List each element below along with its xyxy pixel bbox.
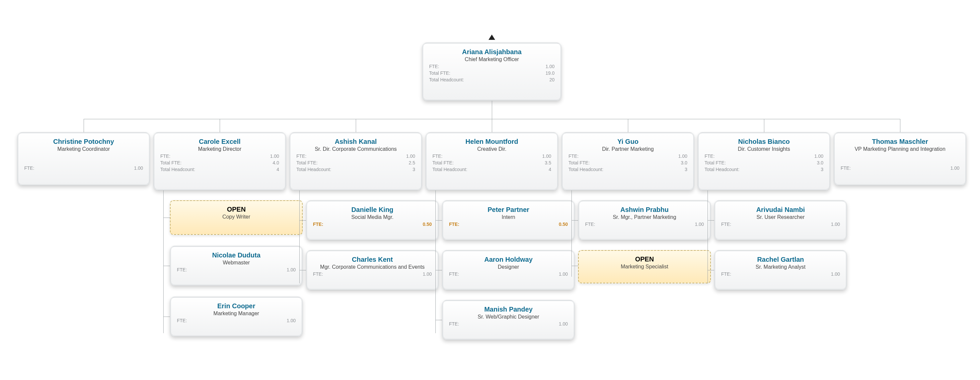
org-node[interactable]: Erin Cooper Marketing Manager FTE:1.00 bbox=[170, 297, 303, 337]
person-title: Creative Dir. bbox=[433, 146, 551, 152]
org-chart-canvas: Ariana Alisjahbana Chief Marketing Offic… bbox=[0, 0, 980, 380]
person-name: Christine Potochny bbox=[24, 138, 143, 145]
org-node[interactable]: Thomas Maschler VP Marketing Planning an… bbox=[834, 132, 966, 185]
label-fte: FTE: bbox=[24, 165, 34, 171]
connector bbox=[628, 119, 628, 132]
connector bbox=[708, 190, 708, 283]
org-node-root[interactable]: Ariana Alisjahbana Chief Marketing Offic… bbox=[422, 43, 562, 101]
connector bbox=[708, 220, 714, 220]
org-node[interactable]: Danielle King Social Media Mgr. FTE:0.50 bbox=[306, 200, 439, 240]
label-fte: FTE: bbox=[429, 64, 439, 69]
connector bbox=[163, 266, 170, 266]
person-title: Marketing Specialist bbox=[585, 264, 704, 270]
person-title: Marketing Manager bbox=[177, 311, 296, 316]
person-name: Carole Excell bbox=[160, 138, 279, 145]
connector bbox=[84, 119, 84, 132]
value-total-headcount: 20 bbox=[549, 77, 555, 82]
person-name: Nicholas Bianco bbox=[705, 138, 823, 145]
connector bbox=[571, 220, 578, 220]
label-total-headcount: Total Headcount: bbox=[429, 77, 464, 82]
org-node[interactable]: Helen Mountford Creative Dir. FTE:1.00 T… bbox=[425, 132, 558, 190]
connector bbox=[492, 119, 492, 132]
connector bbox=[299, 270, 306, 270]
person-title: Sr. User Researcher bbox=[721, 214, 840, 220]
person-name: Danielle King bbox=[313, 206, 432, 214]
connector bbox=[436, 270, 442, 270]
person-title: Marketing Director bbox=[160, 146, 279, 152]
open-label: OPEN bbox=[585, 255, 704, 263]
org-node[interactable]: Christine Potochny Marketing Coordinator… bbox=[17, 132, 150, 185]
person-name: Yi Guo bbox=[568, 138, 687, 145]
person-title: VP Marketing Planning and Integration bbox=[841, 146, 959, 152]
person-name: Thomas Maschler bbox=[841, 138, 959, 145]
person-title: Sr. Marketing Analyst bbox=[721, 264, 840, 270]
person-title: Social Media Mgr. bbox=[313, 214, 432, 220]
org-node[interactable]: Ashwin Prabhu Sr. Mgr., Partner Marketin… bbox=[578, 200, 711, 240]
person-title: Intern bbox=[449, 214, 568, 220]
org-node[interactable]: Yi Guo Dir. Partner Marketing FTE:1.00 T… bbox=[562, 132, 694, 190]
connector bbox=[299, 220, 306, 220]
person-name: Rachel Gartlan bbox=[721, 256, 840, 263]
org-node[interactable]: Manish Pandey Sr. Web/Graphic Designer F… bbox=[442, 300, 575, 340]
person-title: Dir. Partner Marketing bbox=[568, 146, 687, 152]
person-title: Chief Marketing Officer bbox=[429, 56, 555, 62]
org-node[interactable]: Arivudai Nambi Sr. User Researcher FTE:1… bbox=[714, 200, 847, 240]
org-node[interactable]: Nicholas Bianco Dir. Customer Insights F… bbox=[698, 132, 830, 190]
connector bbox=[571, 190, 572, 277]
connector bbox=[163, 217, 170, 218]
connector bbox=[764, 119, 764, 132]
connector bbox=[299, 190, 300, 283]
connector bbox=[436, 220, 442, 220]
person-title: Sr. Web/Graphic Designer bbox=[449, 314, 568, 320]
org-node[interactable]: Aaron Holdway Designer FTE:1.00 bbox=[442, 250, 575, 290]
person-name: Helen Mountford bbox=[433, 138, 551, 145]
connector bbox=[708, 270, 714, 270]
value-fte: 1.00 bbox=[546, 64, 555, 69]
org-node[interactable]: Nicolae Duduta Webmaster FTE:1.00 bbox=[170, 246, 303, 286]
person-title: Copy Writer bbox=[177, 214, 296, 220]
person-name: Charles Kent bbox=[313, 256, 432, 263]
org-node[interactable]: Charles Kent Mgr. Corporate Communicatio… bbox=[306, 250, 439, 290]
person-name: Erin Cooper bbox=[177, 302, 296, 310]
person-title: Marketing Coordinator bbox=[24, 146, 143, 152]
person-title: Webmaster bbox=[177, 260, 296, 266]
person-name: Ariana Alisjahbana bbox=[429, 48, 555, 56]
value-fte: 1.00 bbox=[134, 165, 143, 171]
person-title: Dir. Customer Insights bbox=[705, 146, 823, 152]
connector bbox=[220, 119, 220, 132]
value-total-fte: 19.0 bbox=[546, 70, 555, 76]
org-node-open[interactable]: OPEN Copy Writer bbox=[170, 200, 303, 235]
connector bbox=[436, 320, 442, 320]
connector bbox=[492, 101, 492, 119]
person-title: Sr. Dir. Corporate Communications bbox=[296, 146, 415, 152]
connector bbox=[163, 190, 164, 333]
person-name: Peter Partner bbox=[449, 206, 568, 214]
connector bbox=[900, 119, 900, 132]
person-title: Designer bbox=[449, 264, 568, 270]
open-label: OPEN bbox=[177, 206, 296, 213]
org-node[interactable]: Rachel Gartlan Sr. Marketing Analyst FTE… bbox=[714, 250, 847, 290]
org-node-open[interactable]: OPEN Marketing Specialist bbox=[578, 250, 711, 283]
person-name: Nicolae Duduta bbox=[177, 251, 296, 259]
person-name: Ashish Kanal bbox=[296, 138, 415, 145]
connector bbox=[571, 266, 578, 266]
connector bbox=[356, 119, 356, 132]
person-title: Mgr. Corporate Communications and Events bbox=[313, 264, 432, 270]
connector bbox=[163, 316, 170, 317]
label-total-fte: Total FTE: bbox=[429, 70, 450, 76]
person-name: Manish Pandey bbox=[449, 306, 568, 313]
org-node[interactable]: Peter Partner Intern FTE:0.50 bbox=[442, 200, 575, 240]
org-node[interactable]: Carole Excell Marketing Director FTE:1.0… bbox=[153, 132, 286, 190]
org-node[interactable]: Ashish Kanal Sr. Dir. Corporate Communic… bbox=[290, 132, 422, 190]
person-name: Ashwin Prabhu bbox=[585, 206, 704, 214]
person-name: Arivudai Nambi bbox=[721, 206, 840, 214]
collapse-up-icon[interactable] bbox=[488, 35, 495, 40]
person-name: Aaron Holdway bbox=[449, 256, 568, 263]
person-title: Sr. Mgr., Partner Marketing bbox=[585, 214, 704, 220]
